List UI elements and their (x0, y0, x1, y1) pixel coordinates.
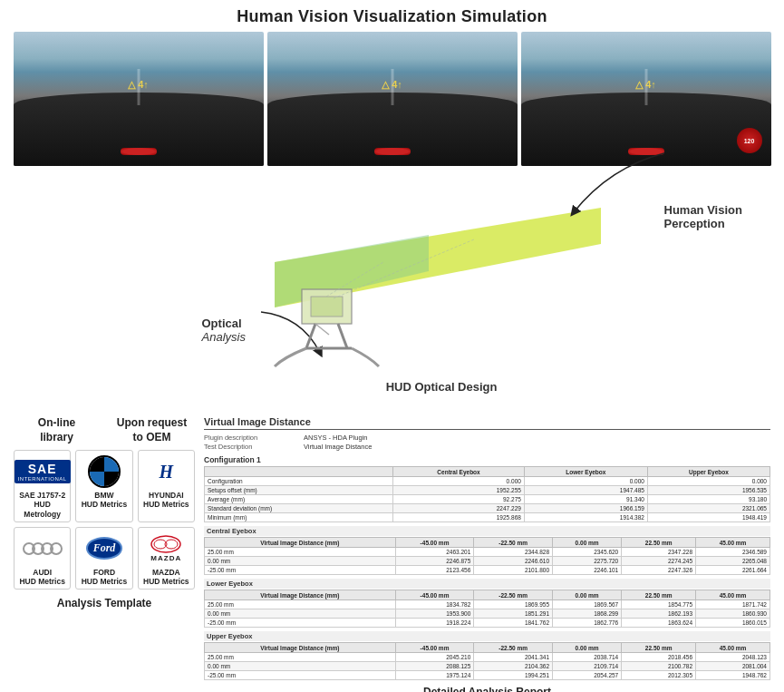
test-desc-val: Virtual Image Distance (304, 443, 372, 451)
cell-label: Configuration (205, 477, 393, 486)
sim-image-center: △ 4↑ (267, 32, 518, 166)
cell-v2: 91.340 (524, 495, 647, 504)
hyundai-logo: H (160, 462, 174, 482)
cell-v2: 2246.610 (474, 557, 553, 566)
sim-image-left: △ 4↑ (14, 32, 264, 166)
ford-logo: Ford (86, 537, 123, 560)
cell-v3: 2246.101 (553, 566, 622, 575)
lower-eyebox-header: Lower Eyebox (204, 579, 770, 589)
cell-label: Standard deviation (mm) (205, 504, 393, 513)
ce-col-4: 22.50 mm (622, 538, 696, 548)
table-row: 25.00 mm 1834.782 1869.955 1869.567 1854… (205, 600, 770, 609)
svg-line-7 (315, 324, 329, 335)
cell-label: 0.00 mm (205, 662, 396, 671)
cell-label: -25.00 mm (205, 566, 396, 575)
cell-v4: 1862.193 (622, 609, 696, 619)
table-row: Standard deviation (mm) 2247.229 1966.15… (205, 504, 770, 513)
cell-v1: 1953.900 (395, 609, 474, 619)
detailed-report-label: Detailed Analysis Report (204, 686, 770, 692)
cell-label: -25.00 mm (205, 619, 396, 628)
cell-v3: 2038.714 (553, 653, 622, 662)
ue-col-label: Virtual Image Distance (mm) (205, 643, 396, 653)
central-eyebox-table: Virtual Image Distance (mm) -45.00 mm -2… (204, 537, 770, 575)
sim-image-right: △ 4↑ 120 (521, 32, 771, 166)
hyundai-label: HYUNDAIHUD Metrics (143, 491, 189, 509)
le-col-4: 22.50 mm (622, 590, 696, 600)
simulation-images-row: △ 4↑ △ 4↑ △ 4↑ 120 (0, 32, 784, 166)
bmw-logo-item[interactable]: BMWHUD Metrics (75, 450, 132, 522)
bmw-quadrant-3 (90, 472, 104, 486)
ford-logo-item[interactable]: Ford FORDHUD Metrics (75, 527, 132, 590)
ce-col-5: 45.00 mm (696, 538, 770, 548)
hud-diagram-section: OpticalAnalysis (9, 171, 775, 407)
table-row: 0.00 mm 2246.875 2246.610 2275.720 2274.… (205, 557, 770, 566)
mazda-logo: MAZDA (150, 534, 182, 562)
config-label: Configuration 1 (204, 455, 770, 464)
audi-label: AUDIHUD Metrics (19, 568, 65, 586)
sae-logo-item[interactable]: SAE INTERNATIONAL SAE J1757-2HUD Metrolo… (14, 450, 71, 522)
cell-v5: 1871.742 (696, 600, 770, 609)
hud-overlay-center: △ 4↑ (382, 79, 402, 91)
mazda-label: MAZDAHUD Metrics (143, 568, 189, 586)
bmw-quadrant-1 (90, 457, 104, 472)
ce-col-1: -45.00 mm (395, 538, 474, 548)
cell-v5: 2261.664 (696, 566, 770, 575)
cell-label: 25.00 mm (205, 548, 396, 557)
ce-col-label: Virtual Image Distance (mm) (205, 538, 396, 548)
bmw-quadrant-4 (104, 472, 119, 486)
hyundai-logo-box: H (142, 454, 189, 489)
table-row: 0.00 mm 1953.900 1851.291 1868.299 1862.… (205, 609, 770, 619)
table-title: Virtual Image Distance (204, 416, 770, 430)
cell-v2: 1947.485 (524, 486, 647, 495)
svg-line-4 (306, 324, 315, 348)
bmw-quadrant-2 (104, 457, 119, 472)
cell-v5: 1860.930 (696, 609, 770, 619)
analysis-template-label: Analysis Template (14, 597, 195, 609)
hvp-arrow-icon (565, 149, 673, 221)
setup-table: Central Eyebox Lower Eyebox Upper Eyebox… (204, 466, 770, 522)
table-row: 0.00 mm 2088.125 2104.362 2109.714 2100.… (205, 662, 770, 671)
cell-v5: 1948.762 (696, 671, 770, 680)
mazda-logo-box: MAZDA (142, 531, 189, 566)
mazda-logo-svg (150, 534, 182, 554)
cell-label: -25.00 mm (205, 671, 396, 680)
hud-diagram: OpticalAnalysis (202, 185, 637, 394)
cell-v2: 1851.291 (474, 609, 553, 619)
bmw-logo-box (81, 454, 128, 489)
table-row: Minimum (mm) 1925.868 1914.382 1948.419 (205, 513, 770, 522)
ford-logo-box: Ford (81, 531, 128, 566)
table-row: 25.00 mm 2463.201 2344.828 2345.620 2347… (205, 548, 770, 557)
cell-label: 25.00 mm (205, 600, 396, 609)
table-row: 25.00 mm 2045.210 2041.341 2038.714 2018… (205, 653, 770, 662)
left-panel: On-line library Upon request to OEM SAE … (14, 416, 195, 692)
table-meta: Plugin description ANSYS - HDA Plugin Te… (204, 434, 770, 451)
svg-rect-3 (311, 297, 343, 317)
cell-v3: 1868.299 (553, 609, 622, 619)
cell-v1: 92.275 (393, 495, 525, 504)
cell-label: 0.00 mm (205, 557, 396, 566)
meta-row-plugin: Plugin description ANSYS - HDA Plugin (204, 434, 770, 442)
le-col-label: Virtual Image Distance (mm) (205, 590, 396, 600)
audi-logo-item[interactable]: AUDIHUD Metrics (14, 527, 71, 590)
cell-v3: 2345.620 (553, 548, 622, 557)
hud-overlay-right: △ 4↑ (635, 79, 656, 91)
cell-v4: 2347.228 (622, 548, 696, 557)
cell-v5: 2081.004 (696, 662, 770, 671)
cell-v3: 0.000 (647, 477, 769, 486)
ue-col-2: -22.50 mm (474, 643, 553, 653)
cell-v5: 2265.048 (696, 557, 770, 566)
col-header-metric (205, 467, 393, 477)
sae-logo: SAE INTERNATIONAL (15, 460, 71, 483)
cell-v4: 2018.456 (622, 653, 696, 662)
hud-optical-design-label: HUD Optical Design (386, 380, 498, 394)
speedometer-right: 120 (737, 128, 762, 153)
hyundai-logo-item[interactable]: H HYUNDAIHUD Metrics (138, 450, 195, 522)
cell-v1: 2088.125 (395, 662, 474, 671)
meta-row-test: Test Description Virtual Image Distance (204, 443, 770, 451)
cell-v1: 1918.224 (395, 619, 474, 628)
cell-v4: 2012.305 (622, 671, 696, 680)
online-library-header: On-line library (14, 416, 100, 444)
bmw-label: BMWHUD Metrics (82, 491, 128, 509)
svg-line-5 (338, 324, 347, 348)
mazda-logo-item[interactable]: MAZDA MAZDAHUD Metrics (138, 527, 195, 590)
